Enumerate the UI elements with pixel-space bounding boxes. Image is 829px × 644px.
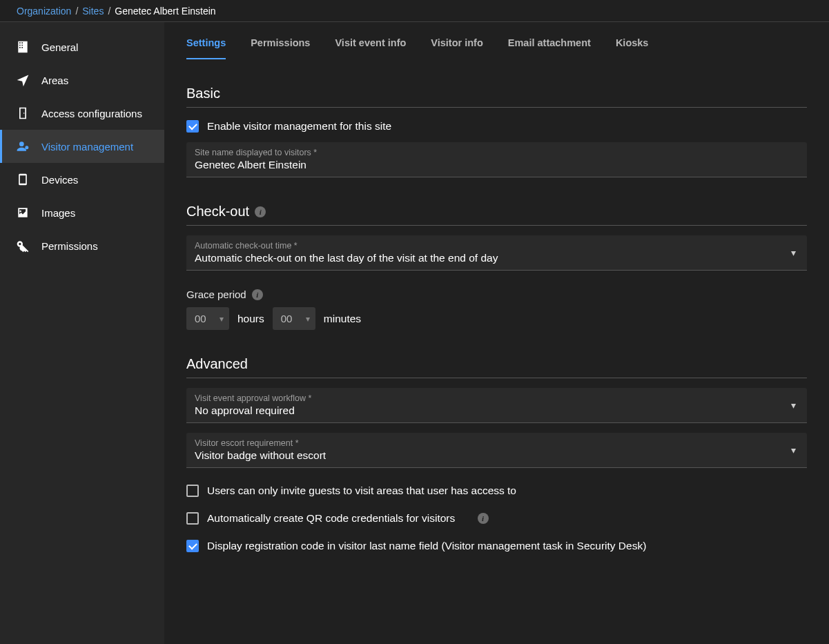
invite-restriction-row[interactable]: Users can only invite guests to visit ar… [186, 485, 807, 497]
enable-visitor-management-label: Enable visitor management for this site [207, 120, 391, 133]
escort-requirement-value: Visitor badge without escort [195, 449, 326, 461]
section-checkout: Check-out i Automatic check-out time * A… [186, 204, 807, 330]
sidebar-item-label: Devices [41, 174, 78, 186]
chevron-down-icon: ▾ [306, 314, 310, 324]
door-icon [15, 106, 30, 121]
auto-qr-checkbox[interactable] [186, 512, 199, 525]
heading-checkout: Check-out [186, 204, 249, 219]
enable-visitor-management-row[interactable]: Enable visitor management for this site [186, 120, 807, 133]
breadcrumb-separator: / [108, 6, 110, 17]
section-header-checkout: Check-out i [186, 204, 807, 226]
site-name-value: Genetec Albert Einstein [195, 159, 306, 170]
sidebar-item-label: General [41, 41, 78, 53]
sidebar-item-label: Permissions [41, 240, 98, 252]
sidebar-item-areas[interactable]: Areas [0, 64, 164, 97]
auto-qr-row[interactable]: Automatically create QR code credentials… [186, 512, 807, 525]
automatic-checkout-label: Automatic check-out time * [195, 241, 799, 252]
registration-code-label: Display registration code in visitor las… [207, 540, 646, 552]
section-basic: Basic Enable visitor management for this… [186, 86, 807, 177]
sidebar-item-label: Images [41, 207, 75, 219]
registration-code-checkbox[interactable] [186, 540, 199, 552]
approval-workflow-select[interactable]: Visit event approval workflow * No appro… [186, 388, 807, 423]
automatic-checkout-select[interactable]: Automatic check-out time * Automatic che… [186, 235, 807, 271]
invite-restriction-checkbox[interactable] [186, 485, 199, 497]
hours-unit: hours [237, 313, 264, 325]
chevron-down-icon: ▾ [220, 314, 224, 324]
enable-visitor-management-checkbox[interactable] [186, 120, 199, 133]
site-name-label: Site name displayed to visitors * [195, 148, 799, 159]
sidebar-item-images[interactable]: Images [0, 196, 164, 229]
sidebar-item-access-configurations[interactable]: Access configurations [0, 97, 164, 130]
sidebar-item-label: Visitor management [41, 141, 133, 153]
tabs: Settings Permissions Visit event info Vi… [186, 22, 807, 59]
breadcrumb-separator: / [75, 6, 78, 17]
info-icon[interactable]: i [255, 206, 266, 217]
approval-workflow-value: No approval required [195, 404, 295, 416]
section-advanced: Advanced Visit event approval workflow *… [186, 356, 807, 552]
visitor-icon [15, 139, 30, 154]
approval-workflow-label: Visit event approval workflow * [195, 393, 799, 404]
breadcrumb-sites[interactable]: Sites [82, 6, 104, 17]
info-icon[interactable]: i [252, 289, 263, 300]
auto-qr-label: Automatically create QR code credentials… [207, 512, 455, 525]
heading-advanced: Advanced [186, 356, 248, 372]
image-icon [15, 205, 30, 220]
tab-permissions[interactable]: Permissions [251, 37, 310, 59]
sidebar-item-permissions[interactable]: Permissions [0, 229, 164, 262]
tab-visit-event-info[interactable]: Visit event info [335, 37, 406, 59]
grace-minutes-spinner[interactable]: 00 ▾ [273, 307, 315, 330]
advanced-options-list: Users can only invite guests to visit ar… [186, 485, 807, 552]
main-content: Settings Permissions Visit event info Vi… [164, 22, 829, 644]
tab-settings[interactable]: Settings [186, 37, 226, 59]
sidebar: General Areas Access configurations Visi… [0, 22, 164, 644]
building-icon [15, 39, 30, 55]
escort-requirement-select[interactable]: Visitor escort requirement * Visitor bad… [186, 433, 807, 468]
breadcrumb: Organization / Sites / Genetec Albert Ei… [0, 0, 829, 22]
registration-code-row[interactable]: Display registration code in visitor las… [186, 540, 807, 552]
sidebar-item-devices[interactable]: Devices [0, 163, 164, 196]
breadcrumb-org[interactable]: Organization [17, 6, 71, 17]
heading-basic: Basic [186, 86, 220, 101]
device-icon [15, 172, 30, 187]
info-icon[interactable]: i [478, 513, 489, 524]
automatic-checkout-value: Automatic check-out on the last day of t… [195, 252, 498, 264]
sidebar-item-label: Areas [41, 75, 68, 86]
invite-restriction-label: Users can only invite guests to visit ar… [207, 485, 516, 497]
sidebar-item-general[interactable]: General [0, 30, 164, 64]
grace-period-inputs: 00 ▾ hours 00 ▾ minutes [186, 307, 807, 330]
escort-requirement-label: Visitor escort requirement * [195, 438, 799, 449]
minutes-unit: minutes [324, 313, 361, 325]
grace-hours-spinner[interactable]: 00 ▾ [186, 307, 229, 330]
site-name-field[interactable]: Site name displayed to visitors * Genete… [186, 142, 807, 177]
tab-kiosks[interactable]: Kiosks [616, 37, 649, 59]
breadcrumb-current: Genetec Albert Einstein [115, 6, 215, 17]
grace-period-label: Grace period [186, 289, 246, 300]
grace-minutes-value: 00 [281, 313, 293, 324]
tab-email-attachment[interactable]: Email attachment [508, 37, 591, 59]
tab-visitor-info[interactable]: Visitor info [431, 37, 482, 59]
grace-period-row: Grace period i [186, 289, 807, 300]
section-header-advanced: Advanced [186, 356, 807, 378]
navigation-icon [15, 72, 30, 88]
sidebar-item-label: Access configurations [41, 108, 142, 119]
section-header-basic: Basic [186, 86, 807, 108]
grace-hours-value: 00 [195, 313, 206, 324]
key-icon [15, 238, 30, 253]
sidebar-item-visitor-management[interactable]: Visitor management [0, 130, 164, 163]
